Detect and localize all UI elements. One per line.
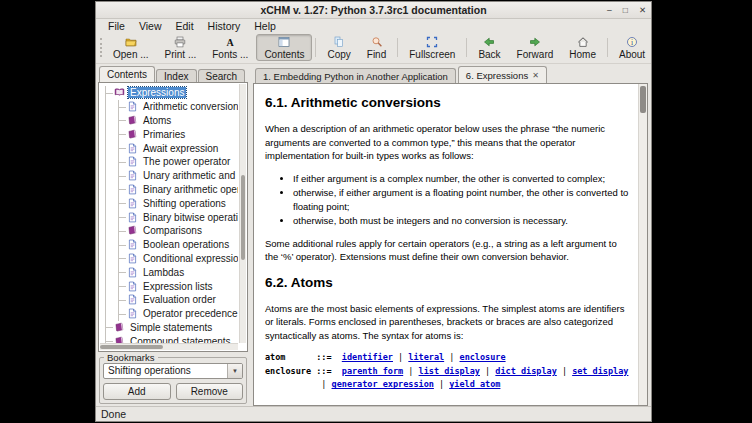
tree-item[interactable]: Arithmetic conversions [119,100,238,114]
status-bar: Done [96,406,651,421]
tree-item[interactable]: Boolean operations [119,238,238,252]
remove-bookmark-button[interactable]: Remove [176,383,244,400]
minimize-button[interactable]: – [607,6,612,15]
toolbar-button-label: Forward [517,49,554,60]
book-closed-icon [114,336,125,343]
doc-link[interactable]: parenth_form [342,366,403,376]
svg-text:i: i [631,38,633,47]
open-button[interactable]: Open ... [105,34,157,61]
doc-link[interactable]: set_display [572,366,628,376]
contents-panel-icon [278,36,290,48]
doc-link[interactable]: literal [408,352,444,362]
scrollbar-thumb[interactable] [241,175,245,260]
title-bar[interactable]: xCHM v. 1.27: Python 3.7.3rc1 documentat… [96,2,651,19]
tab-contents[interactable]: Contents [99,66,155,82]
page-icon [127,184,138,195]
paragraph: Some additional rules apply for certain … [265,237,631,264]
find-button[interactable]: Find [359,34,394,61]
tree-children: Arithmetic conversionsAtomsPrimariesAwai… [118,100,238,321]
bookmarks-group: Bookmarks Shifting operations ▼ Add Remo… [99,357,247,404]
tree-item[interactable]: Simple statements [106,321,238,335]
page-icon [127,308,138,319]
book-closed-icon [127,115,138,126]
page-icon [127,156,138,167]
tree-item[interactable]: Conditional expressions [119,252,238,266]
tree-item-label: Evaluation order [141,294,218,305]
home-button[interactable]: Home [561,34,604,61]
page-icon [127,281,138,292]
tree-item[interactable]: Unary arithmetic and bitwis [119,169,238,183]
tree-vertical-scrollbar[interactable] [239,84,246,343]
doc-link[interactable]: generator_expression [332,379,434,389]
tree-item-label: Primaries [141,129,187,140]
tree-item[interactable]: Compound statements [106,334,238,343]
doc-link[interactable]: list_display [419,366,480,376]
tree-item[interactable]: Comparisons [119,224,238,238]
forward-button[interactable]: Forward [509,34,562,61]
doc-tab[interactable]: 1. Embedding Python in Another Applicati… [255,68,456,83]
tree-item[interactable]: Primaries [119,127,238,141]
doc-tab-label: 6. Expressions [466,70,528,81]
toolbar-button-label: Print ... [165,49,197,60]
tree-horizontal-scrollbar[interactable] [100,343,238,350]
menu-edit[interactable]: Edit [169,20,201,32]
tree-item[interactable]: Binary bitwise operations [119,210,238,224]
close-button[interactable]: ✕ [639,6,646,15]
scrollbar-thumb[interactable] [640,86,646,113]
book-closed-icon [127,129,138,140]
tree-item-label: Await expression [141,143,220,154]
fullscreen-button[interactable]: Fullscreen [401,34,463,61]
doc-link[interactable]: dict_display [495,366,556,376]
tree-item[interactable]: Expressions [106,86,238,100]
tab-search[interactable]: Search [198,69,246,82]
tree-item[interactable]: Expression lists [119,279,238,293]
bookmark-combobox[interactable]: Shifting operations ▼ [103,363,243,379]
tree-item[interactable]: Shifting operations [119,196,238,210]
doc-tab[interactable]: 6. Expressions✕ [458,66,547,83]
tree-item[interactable]: Evaluation order [119,293,238,307]
tree-item[interactable]: Operator precedence [119,307,238,321]
book-open-icon [114,87,125,98]
about-button[interactable]: iAbout [611,34,653,61]
page-icon [127,101,138,112]
main-area: ContentsIndexSearch ExpressionsArithmeti… [96,64,651,406]
fonts-button[interactable]: AFonts ... [204,34,256,61]
contents-button[interactable]: Contents [256,34,312,61]
combobox-dropdown-button[interactable]: ▼ [227,364,242,378]
doc-link[interactable]: identifier [342,352,393,362]
toolbar-button-label: Fonts ... [212,49,248,60]
grammar-token: | [444,352,459,362]
page-icon [127,143,138,154]
back-button[interactable]: Back [470,34,508,61]
grammar-token: | [265,379,332,389]
tree-item[interactable]: Lambdas [119,265,238,279]
menu-help[interactable]: Help [247,20,283,32]
print-button[interactable]: Print ... [157,34,205,61]
copy-button[interactable]: Copy [319,34,358,61]
tree-item-label: Arithmetic conversions [141,101,238,112]
doc-link[interactable]: yield_atom [449,379,500,389]
page-icon [127,267,138,278]
scrollbar-thumb[interactable] [100,345,163,349]
page-icon [127,170,138,181]
fullscreen-corners-icon [426,36,438,48]
document-vertical-scrollbar[interactable] [638,84,647,405]
tree-item-label: Shifting operations [141,198,228,209]
add-bookmark-button[interactable]: Add [103,383,171,400]
menu-file[interactable]: File [101,20,132,32]
toolbar-separator [397,38,398,57]
doc-link[interactable]: enclosure [460,352,506,362]
tree-item[interactable]: Await expression [119,141,238,155]
tree-item[interactable]: Binary arithmetic operation [119,183,238,197]
maximize-button[interactable]: □ [623,6,628,15]
menu-history[interactable]: History [201,20,248,32]
tree-item-label: Unary arithmetic and bitwis [141,170,238,181]
tree-item[interactable]: Atoms [119,114,238,128]
grammar-token: | [403,366,418,376]
menu-view[interactable]: View [132,20,169,32]
tree-item-label: Binary bitwise operations [141,212,238,223]
toolbar-drag-handle[interactable] [100,38,102,57]
tab-close-icon[interactable]: ✕ [532,71,539,80]
tree-item[interactable]: The power operator [119,155,238,169]
tab-index[interactable]: Index [156,69,196,82]
